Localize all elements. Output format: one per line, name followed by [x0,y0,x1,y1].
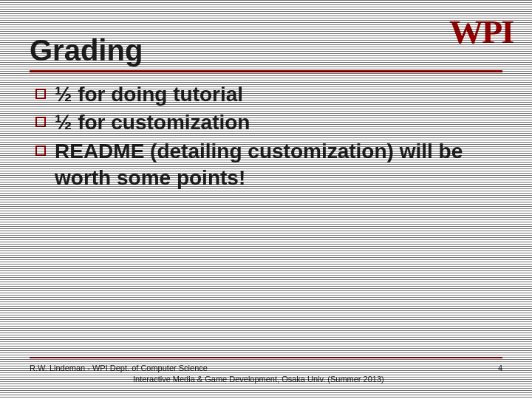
list-item-text: ½ for customization [55,111,250,134]
footer-text: R.W. Lindeman - WPI Dept. of Computer Sc… [30,363,502,384]
page-number: 4 [498,363,502,373]
list-item-text: ½ for doing tutorial [55,83,243,106]
square-bullet-icon [35,117,46,127]
square-bullet-icon [35,146,46,156]
list-item: ½ for customization [33,109,502,136]
footer-divider [30,357,502,358]
title-divider [30,70,502,72]
slide-title: Grading [30,34,502,67]
list-item-text: README (detailing customization) will be… [55,140,463,189]
footer-line-2: Interactive Media & Game Development, Os… [30,374,502,384]
square-bullet-icon [35,89,46,99]
bullet-list: ½ for doing tutorial ½ for customization… [30,81,502,192]
list-item: ½ for doing tutorial [33,81,502,108]
slide: WPI Grading ½ for doing tutorial ½ for c… [0,0,532,399]
footer-line-1: R.W. Lindeman - WPI Dept. of Computer Sc… [30,363,502,373]
list-item: README (detailing customization) will be… [33,138,502,192]
wpi-logo: WPI [449,13,513,51]
footer: R.W. Lindeman - WPI Dept. of Computer Sc… [30,357,502,384]
